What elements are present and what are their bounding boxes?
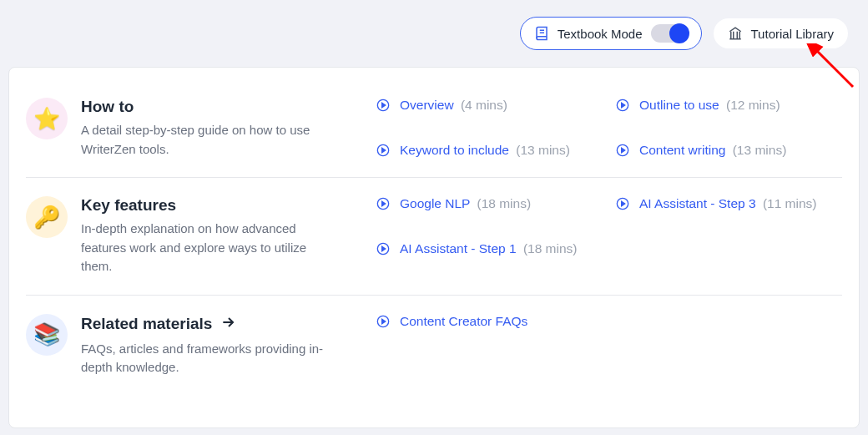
svg-marker-3 (382, 103, 386, 107)
section-desc-howto: A detail step-by-step guide on how to us… (81, 121, 331, 159)
section-desc-key-features: In-depth explanation on how advanced fea… (81, 220, 331, 276)
play-icon (376, 315, 390, 328)
library-icon (728, 26, 743, 41)
tutorial-library-button[interactable]: Tutorial Library (714, 18, 848, 48)
link-google-nlp[interactable]: Google NLP (18 mins) (376, 196, 603, 211)
section-title-related[interactable]: Related materials (81, 314, 331, 335)
svg-marker-18 (382, 319, 386, 323)
content-card: ⭐ How to A detail step-by-step guide on … (8, 67, 860, 428)
svg-marker-15 (382, 246, 386, 250)
key-icon: 🔑 (26, 196, 68, 238)
play-icon (376, 197, 390, 210)
section-related-materials: 📚 Related materials FAQs, articles and f… (26, 295, 842, 377)
svg-marker-5 (622, 103, 625, 107)
arrow-right-icon (220, 314, 237, 335)
books-icon: 📚 (26, 314, 68, 356)
svg-marker-11 (382, 201, 386, 205)
play-icon (376, 99, 390, 112)
section-desc-related: FAQs, articles and frameworks providing … (81, 340, 331, 377)
svg-marker-7 (382, 148, 386, 152)
play-icon (376, 144, 390, 157)
svg-marker-9 (622, 148, 625, 152)
toggle-switch[interactable] (651, 24, 688, 43)
link-overview[interactable]: Overview (4 mins) (376, 98, 603, 113)
section-title-howto: How to (81, 98, 331, 116)
top-controls: Textbook Mode Tutorial Library (520, 17, 848, 50)
tutorial-library-label: Tutorial Library (751, 27, 834, 41)
textbook-mode-toggle[interactable]: Textbook Mode (520, 17, 702, 50)
section-key-features: 🔑 Key features In-depth explanation on h… (26, 177, 842, 295)
svg-marker-13 (622, 201, 625, 205)
link-content-writing[interactable]: Content writing (13 mins) (616, 143, 842, 158)
section-howto: ⭐ How to A detail step-by-step guide on … (26, 93, 842, 177)
play-icon (376, 242, 390, 255)
play-icon (616, 99, 629, 112)
textbook-mode-label: Textbook Mode (558, 27, 643, 41)
link-outline-to-use[interactable]: Outline to use (12 mins) (616, 98, 842, 113)
play-icon (616, 197, 629, 210)
link-ai-assistant-step-3[interactable]: AI Assistant - Step 3 (11 mins) (616, 196, 842, 211)
section-title-key-features: Key features (81, 196, 331, 215)
play-icon (616, 144, 629, 157)
link-keyword-to-include[interactable]: Keyword to include (13 mins) (376, 143, 603, 158)
link-ai-assistant-step-1[interactable]: AI Assistant - Step 1 (18 mins) (376, 241, 603, 256)
book-icon (534, 26, 549, 41)
link-content-creator-faqs[interactable]: Content Creator FAQs (376, 314, 603, 329)
star-icon: ⭐ (26, 98, 68, 139)
